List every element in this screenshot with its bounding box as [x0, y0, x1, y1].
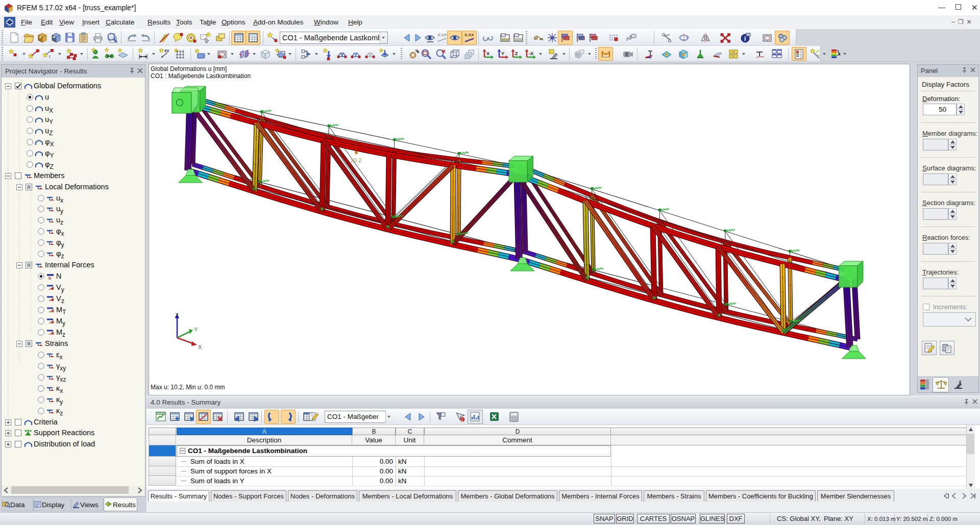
svg-text:Z: Z — [175, 312, 179, 318]
svg-text:Y: Y — [501, 51, 504, 56]
svg-text:I: I — [49, 54, 51, 59]
svg-text:X: X — [486, 51, 489, 56]
svg-text:Mz: Mz — [48, 333, 53, 336]
svg-text:XX: XX — [164, 49, 169, 53]
svg-text:10.2: 10.2 — [350, 157, 361, 163]
svg-text:X.XX: X.XX — [464, 33, 474, 37]
svg-text:Z: Z — [515, 51, 518, 56]
svg-text:Y: Y — [194, 327, 198, 333]
svg-text:My: My — [48, 321, 53, 325]
svg-text:i: i — [462, 418, 463, 422]
svg-text:Vz: Vz — [48, 299, 52, 303]
svg-text:N: N — [48, 277, 51, 280]
svg-text:X: X — [198, 344, 202, 350]
svg-text:X.XX: X.XX — [437, 33, 447, 37]
svg-text:i: i — [744, 35, 746, 42]
svg-text:Vy: Vy — [48, 288, 52, 291]
svg-text:MT: MT — [48, 310, 53, 314]
svg-text:-X: -X — [529, 51, 533, 56]
